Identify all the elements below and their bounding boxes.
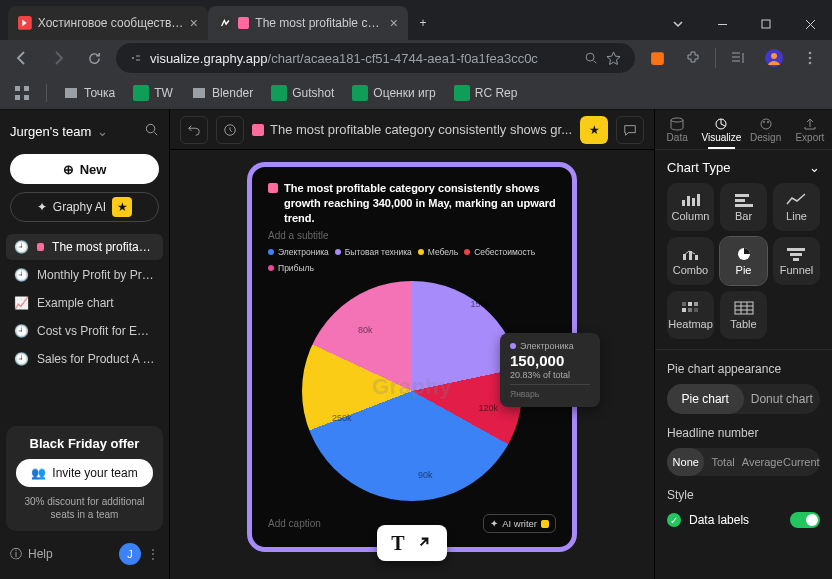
legend-label: Мебель — [428, 247, 458, 257]
legend-dot-icon — [464, 249, 470, 255]
team-switcher[interactable]: Jurgen's team ⌄ — [6, 118, 163, 144]
tab-data[interactable]: Data — [655, 110, 699, 149]
data-labels-toggle[interactable] — [790, 512, 820, 528]
headline-current[interactable]: Current — [783, 448, 820, 476]
menu-icon[interactable]: ⋮ — [147, 547, 159, 561]
chart-type-line[interactable]: Line — [773, 183, 820, 231]
history-icon[interactable] — [216, 116, 244, 144]
search-in-page-icon[interactable] — [584, 51, 598, 65]
sidebar-item[interactable]: 🕘Cost vs Profit for Each ... — [6, 318, 163, 344]
headline-average[interactable]: Average — [742, 448, 783, 476]
data-label: 120k — [478, 403, 498, 413]
chart-type-heatmap[interactable]: Heatmap — [667, 291, 714, 339]
new-button[interactable]: ⊕ New — [10, 154, 159, 184]
url-path: /chart/acaea181-cf51-4744-aea1-f0a1fea3c… — [268, 51, 538, 66]
appearance-label: Pie chart appearance — [667, 362, 820, 376]
expand-icon[interactable] — [415, 533, 433, 554]
search-icon[interactable] — [144, 122, 159, 140]
card-title[interactable]: The most profitable category consistentl… — [268, 181, 556, 226]
browser-tab[interactable]: Хостинговое сообщество «Tim × — [8, 6, 208, 40]
headline-total[interactable]: Total — [704, 448, 741, 476]
bookmark-item[interactable]: TW — [127, 81, 179, 105]
ai-label: Graphy AI — [53, 200, 106, 214]
reload-icon[interactable] — [80, 44, 108, 72]
graphy-ai-button[interactable]: ✦ Graphy AI ★ — [10, 192, 159, 222]
profile-icon[interactable] — [760, 44, 788, 72]
svg-rect-5 — [651, 52, 664, 65]
menu-icon[interactable] — [796, 44, 824, 72]
legend-item[interactable]: Бытовая техника — [335, 247, 412, 257]
extension-icon[interactable] — [643, 44, 671, 72]
appearance-donut[interactable]: Donut chart — [744, 384, 820, 414]
browser-tab[interactable]: The most profitable catego × — [208, 6, 408, 40]
legend-item[interactable]: Электроника — [268, 247, 329, 257]
apps-icon[interactable] — [8, 81, 36, 105]
forward-icon[interactable] — [44, 44, 72, 72]
svg-rect-39 — [793, 258, 799, 261]
canvas[interactable]: The most profitable category consistentl… — [170, 150, 654, 579]
help-icon[interactable]: ⓘ — [10, 546, 22, 563]
chart-type-grid: Column Bar Line Combo Pie Funnel Heatmap… — [667, 183, 820, 339]
tab-design[interactable]: Design — [744, 110, 788, 149]
text-tool-icon[interactable]: T — [391, 532, 404, 555]
bookmark-label: Blender — [212, 86, 253, 100]
undo-icon[interactable] — [180, 116, 208, 144]
appearance-pie[interactable]: Pie chart — [667, 384, 743, 414]
chart-type-label: Table — [730, 318, 756, 330]
tab-visualize[interactable]: Visualize — [699, 110, 743, 149]
bookmark-item[interactable]: RC Rep — [448, 81, 524, 105]
svg-rect-18 — [454, 85, 470, 101]
document-title-chip[interactable]: The most profitable category consistentl… — [252, 122, 572, 137]
favorite-button[interactable]: ★ — [580, 116, 608, 144]
sidebar-item[interactable]: 🕘The most profitable ... — [6, 234, 163, 260]
chart-type-funnel[interactable]: Funnel — [773, 237, 820, 285]
bookmark-item[interactable]: Blender — [185, 81, 259, 105]
help-label[interactable]: Help — [28, 547, 53, 561]
chevron-down-icon[interactable] — [656, 8, 700, 40]
sidebar-item-label: Sales for Product A hav... — [37, 352, 155, 366]
star-badge-icon — [541, 520, 549, 528]
legend-item[interactable]: Прибыль — [268, 263, 314, 273]
legend-item[interactable]: Мебель — [418, 247, 458, 257]
section-header[interactable]: Chart Type ⌄ — [667, 160, 820, 175]
headline-none[interactable]: None — [667, 448, 704, 476]
chart-type-pie[interactable]: Pie — [720, 237, 767, 285]
star-icon[interactable] — [606, 51, 621, 66]
chart-card[interactable]: The most profitable category consistentl… — [247, 162, 577, 552]
media-icon[interactable] — [724, 44, 752, 72]
tooltip-period: Январь — [510, 384, 590, 399]
close-icon[interactable]: × — [190, 15, 198, 31]
bookmark-item[interactable]: Точка — [57, 81, 121, 105]
pie-chart[interactable]: 150k 80k 250k 90k 120k Graphy Электроник… — [268, 273, 556, 510]
main: The most profitable category consistentl… — [170, 110, 654, 579]
site-info-icon[interactable] — [130, 52, 142, 64]
chart-type-combo[interactable]: Combo — [667, 237, 714, 285]
chat-icon[interactable] — [616, 116, 644, 144]
close-icon[interactable]: × — [390, 15, 398, 31]
extensions-icon[interactable] — [679, 44, 707, 72]
sidebar-item[interactable]: 📈Example chart — [6, 290, 163, 316]
svg-point-21 — [671, 118, 683, 122]
maximize-icon[interactable] — [744, 8, 788, 40]
back-icon[interactable] — [8, 44, 36, 72]
chart-type-bar[interactable]: Bar — [720, 183, 767, 231]
legend-item[interactable]: Себестоимость — [464, 247, 535, 257]
subtitle-placeholder[interactable]: Add a subtitle — [268, 230, 556, 241]
svg-rect-13 — [15, 95, 20, 100]
sidebar-item[interactable]: 🕘Monthly Profit by Produ... — [6, 262, 163, 288]
check-icon: ✓ — [667, 513, 681, 527]
close-window-icon[interactable] — [788, 8, 832, 40]
bookmark-item[interactable]: Gutshot — [265, 81, 340, 105]
tab-export[interactable]: Export — [788, 110, 832, 149]
chart-type-table[interactable]: Table — [720, 291, 767, 339]
chart-type-label: Pie — [736, 264, 752, 276]
new-tab-button[interactable]: + — [408, 6, 438, 40]
avatar[interactable]: J — [119, 543, 141, 565]
bookmark-item[interactable]: Оценки игр — [346, 81, 441, 105]
chart-type-column[interactable]: Column — [667, 183, 714, 231]
minimize-icon[interactable] — [700, 8, 744, 40]
sidebar-item[interactable]: 🕘Sales for Product A hav... — [6, 346, 163, 372]
ai-writer-button[interactable]: ✦AI writer — [483, 514, 556, 533]
url-input[interactable]: visualize.graphy.app/chart/acaea181-cf51… — [116, 43, 635, 73]
invite-team-button[interactable]: 👥 Invite your team — [16, 459, 153, 487]
